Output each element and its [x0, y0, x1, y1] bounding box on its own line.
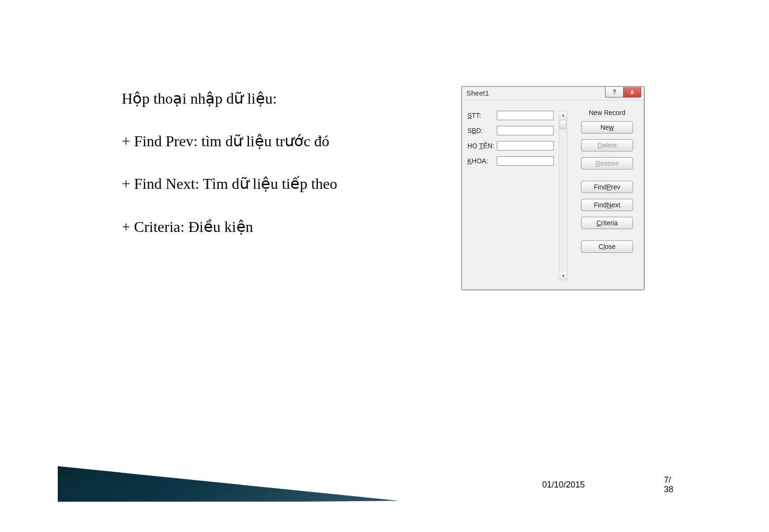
svg-marker-1	[58, 466, 399, 502]
text-line-1: Hộp thoại nhập dữ liệu:	[122, 88, 448, 109]
field-stt: STT:	[467, 111, 557, 120]
field-khoa-label: KHOA:	[467, 157, 497, 165]
titlebar-buttons: ? x	[605, 87, 641, 98]
record-status: New Record	[589, 109, 625, 116]
text-line-2: + Find Prev: tìm dữ liệu trước đó	[122, 130, 448, 152]
decorative-wedge	[58, 407, 399, 502]
record-scrollbar[interactable]: ▴ ▾	[559, 111, 567, 280]
field-sbd-input[interactable]	[497, 126, 554, 135]
delete-button[interactable]: Delete	[581, 139, 633, 151]
field-stt-label: STT:	[467, 112, 497, 119]
close-window-button[interactable]: x	[623, 87, 641, 98]
field-sbd-label: SBD:	[467, 127, 497, 134]
field-khoa: KHOA:	[467, 156, 557, 166]
field-khoa-input[interactable]	[497, 156, 554, 166]
dialog-body: STT: SBD: HỌ TÊN: KHOA:	[462, 100, 644, 290]
criteria-button[interactable]: Criteria	[581, 217, 633, 229]
find-next-button[interactable]: Find Next	[581, 199, 633, 211]
field-sbd: SBD:	[467, 126, 557, 135]
field-hoten-input[interactable]	[497, 141, 554, 151]
scroll-up-arrow[interactable]: ▴	[559, 111, 567, 119]
svg-marker-0	[58, 466, 399, 502]
dialog-titlebar: Sheet1 ? x	[462, 87, 644, 100]
form-fields: STT: SBD: HỌ TÊN: KHOA:	[467, 111, 557, 171]
text-line-4: + Criteria: Điều kiện	[122, 216, 448, 238]
field-hoten: HỌ TÊN:	[467, 141, 557, 151]
help-icon: ?	[612, 88, 617, 96]
scroll-thumb[interactable]	[560, 120, 566, 129]
slide: Hộp thoại nhập dữ liệu: + Find Prev: tìm…	[77, 35, 692, 497]
close-button[interactable]: Close	[581, 240, 633, 253]
instruction-text: Hộp thoại nhập dữ liệu: + Find Prev: tìm…	[122, 88, 448, 259]
new-button[interactable]: New	[581, 121, 633, 133]
restore-button[interactable]: Restore	[581, 157, 633, 169]
help-button[interactable]: ?	[605, 87, 623, 98]
data-form-dialog: Sheet1 ? x STT:	[461, 86, 644, 290]
text-line-3: + Find Next: Tìm dữ liệu tiếp theo	[122, 173, 448, 195]
scroll-track[interactable]	[559, 119, 567, 272]
field-stt-input[interactable]	[497, 111, 554, 120]
field-hoten-label: HỌ TÊN:	[467, 142, 497, 150]
dialog-right-column: New Record New Delete Restore Find Prev …	[577, 109, 637, 258]
footer-date: 01/10/2015	[542, 480, 585, 490]
scroll-down-arrow[interactable]: ▾	[559, 272, 567, 280]
dialog-title: Sheet1	[466, 89, 489, 97]
close-icon: x	[630, 88, 634, 96]
find-prev-button[interactable]: Find Prev	[581, 181, 633, 193]
footer-page-number: 7/ 38	[664, 476, 673, 495]
